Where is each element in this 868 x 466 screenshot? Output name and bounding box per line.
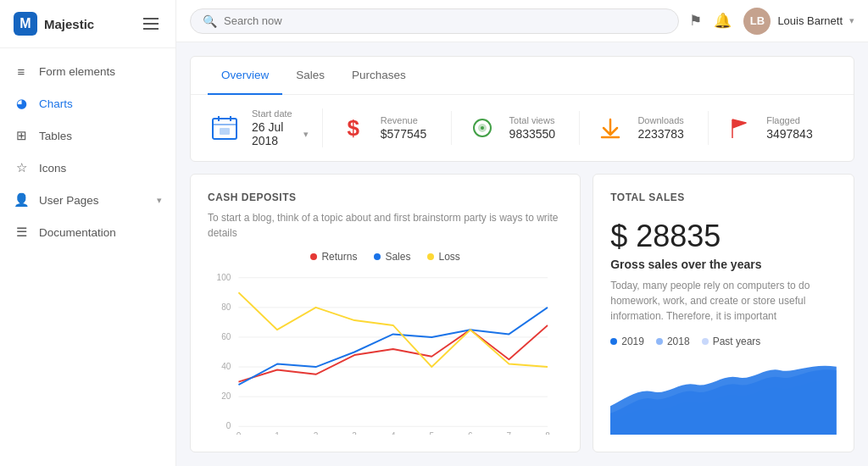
year-label: 2019 bbox=[621, 336, 644, 347]
area-chart bbox=[610, 356, 837, 435]
stats-card: OverviewSalesPurchases Start date 26 Jul… bbox=[190, 56, 854, 162]
user-name: Louis Barnett bbox=[777, 14, 843, 27]
legend-label: Loss bbox=[438, 251, 459, 263]
flagged-label: Flagged bbox=[766, 115, 813, 125]
year-legend: 20192018Past years bbox=[610, 336, 837, 347]
user-pages-icon: 👤 bbox=[14, 192, 29, 208]
search-input[interactable] bbox=[224, 14, 666, 27]
cash-deposits-title: CASH DEPOSITS bbox=[208, 191, 563, 203]
date-dropdown-icon[interactable]: ▾ bbox=[303, 129, 309, 140]
total-sales-title: TOTAL SALES bbox=[610, 191, 837, 203]
svg-text:60: 60 bbox=[221, 332, 231, 341]
line-chart: 100 80 60 40 20 0 0 1 2 3 4 5 6 bbox=[208, 269, 563, 435]
stat-downloads: Downloads 2233783 bbox=[580, 111, 709, 145]
content-area: OverviewSalesPurchases Start date 26 Jul… bbox=[176, 42, 868, 466]
stat-value: 2233783 bbox=[637, 127, 684, 141]
legend-label: Sales bbox=[385, 251, 410, 263]
total-sales-subtitle: Gross sales over the years bbox=[610, 258, 837, 271]
sidebar-brand: Majestic bbox=[44, 17, 94, 31]
total-views-stat-text: Total views 9833550 bbox=[509, 115, 556, 141]
total-views-stat-icon bbox=[465, 111, 499, 145]
total-views-label: Total views bbox=[509, 115, 556, 125]
form-elements-icon: ≡ bbox=[14, 64, 29, 79]
tables-icon: ⊞ bbox=[14, 128, 29, 143]
topbar-actions: ⚑ 🔔 LB Louis Barnett ▾ bbox=[689, 8, 854, 35]
flagged-stat-icon bbox=[722, 111, 756, 145]
sidebar-item-user-pages[interactable]: 👤 User Pages ▾ bbox=[0, 184, 175, 216]
charts-row: CASH DEPOSITS To start a blog, think of … bbox=[190, 174, 854, 452]
sidebar-item-label: Icons bbox=[39, 162, 66, 175]
sidebar-item-label: Form elements bbox=[39, 65, 115, 78]
svg-text:2: 2 bbox=[314, 431, 319, 435]
svg-rect-4 bbox=[220, 128, 230, 135]
svg-text:5: 5 bbox=[429, 431, 434, 435]
stat-total-views: Total views 9833550 bbox=[452, 111, 581, 145]
legend-item-returns: Returns bbox=[310, 251, 357, 263]
cash-deposits-card: CASH DEPOSITS To start a blog, think of … bbox=[190, 174, 581, 452]
legend-item-sales: Sales bbox=[374, 251, 410, 263]
chevron-down-icon: ▾ bbox=[157, 195, 162, 206]
sidebar-item-icons[interactable]: ☆ Icons bbox=[0, 152, 175, 184]
user-chevron-icon: ▾ bbox=[849, 15, 854, 26]
svg-text:20: 20 bbox=[221, 391, 231, 401]
flagged-value: 3497843 bbox=[766, 127, 813, 141]
charts-icon: ◕ bbox=[14, 96, 29, 111]
start-date-label: Start date bbox=[252, 108, 309, 119]
tab-overview[interactable]: Overview bbox=[208, 57, 282, 95]
hamburger-button[interactable] bbox=[140, 14, 162, 33]
sidebar-item-charts[interactable]: ◕ Charts bbox=[0, 87, 175, 119]
sidebar-item-label: Tables bbox=[39, 130, 72, 142]
documentation-icon: ☰ bbox=[14, 225, 29, 240]
avatar: LB bbox=[743, 8, 771, 35]
flag-icon[interactable]: ⚑ bbox=[689, 12, 702, 30]
topbar: 🔍 ⚑ 🔔 LB Louis Barnett ▾ bbox=[176, 0, 868, 42]
sidebar-header: Majestic bbox=[0, 0, 175, 48]
sidebar-item-documentation[interactable]: ☰ Documentation bbox=[0, 216, 175, 248]
year-legend-2018: 2018 bbox=[656, 336, 690, 347]
stat-start-date[interactable]: Start date 26 Jul 2018▾ bbox=[208, 108, 323, 147]
start-date-stat-text: Start date 26 Jul 2018▾ bbox=[252, 108, 309, 147]
user-info[interactable]: LB Louis Barnett ▾ bbox=[743, 8, 854, 35]
bell-icon[interactable]: 🔔 bbox=[714, 12, 732, 30]
sidebar-menu: ≡ Form elements ◕ Charts ⊞ Tables ☆ Icon… bbox=[0, 48, 175, 255]
svg-text:0: 0 bbox=[226, 421, 231, 430]
legend-dot bbox=[427, 253, 434, 260]
cash-deposits-desc: To start a blog, think of a topic about … bbox=[208, 210, 563, 241]
search-box[interactable]: 🔍 bbox=[190, 8, 679, 34]
year-dot bbox=[610, 338, 617, 345]
downloads-value: 2233783 bbox=[637, 127, 684, 141]
svg-text:80: 80 bbox=[221, 302, 231, 311]
revenue-value: $577545 bbox=[381, 127, 427, 141]
year-label: Past years bbox=[713, 336, 761, 347]
sidebar-item-tables[interactable]: ⊞ Tables bbox=[0, 119, 175, 152]
total-sales-desc: Today, many people rely on computers to … bbox=[610, 278, 837, 324]
svg-text:4: 4 bbox=[391, 431, 396, 435]
year-dot bbox=[656, 338, 663, 345]
total-views-value: 9833550 bbox=[509, 127, 556, 141]
year-legend-past-years: Past years bbox=[702, 336, 761, 347]
chart-legend: ReturnsSalesLoss bbox=[208, 251, 563, 263]
total-sales-card: TOTAL SALES $ 28835 Gross sales over the… bbox=[593, 174, 854, 452]
total-sales-amount: $ 28835 bbox=[610, 219, 837, 254]
stat-revenue: $ Revenue $577545 bbox=[323, 111, 452, 145]
tab-sales[interactable]: Sales bbox=[282, 57, 338, 95]
stat-value: 26 Jul 2018 bbox=[252, 120, 300, 147]
svg-text:3: 3 bbox=[352, 431, 357, 435]
revenue-stat-text: Revenue $577545 bbox=[381, 115, 427, 141]
svg-text:6: 6 bbox=[468, 431, 473, 435]
svg-point-7 bbox=[481, 126, 484, 130]
start-date-stat-icon bbox=[208, 111, 242, 145]
svg-text:7: 7 bbox=[507, 431, 512, 435]
sidebar-item-label: User Pages bbox=[39, 194, 99, 207]
year-label: 2018 bbox=[667, 336, 690, 347]
icons-icon: ☆ bbox=[14, 160, 29, 175]
tab-purchases[interactable]: Purchases bbox=[338, 57, 420, 95]
start-date-value: 26 Jul 2018▾ bbox=[252, 120, 309, 147]
legend-item-loss: Loss bbox=[427, 251, 459, 263]
tabs-row: OverviewSalesPurchases bbox=[191, 57, 854, 95]
sidebar-item-form-elements[interactable]: ≡ Form elements bbox=[0, 55, 175, 87]
stat-flagged: Flagged 3497843 bbox=[709, 111, 837, 145]
revenue-label: Revenue bbox=[381, 115, 427, 125]
sidebar-item-label: Documentation bbox=[39, 226, 116, 239]
year-legend-2019: 2019 bbox=[610, 336, 644, 347]
